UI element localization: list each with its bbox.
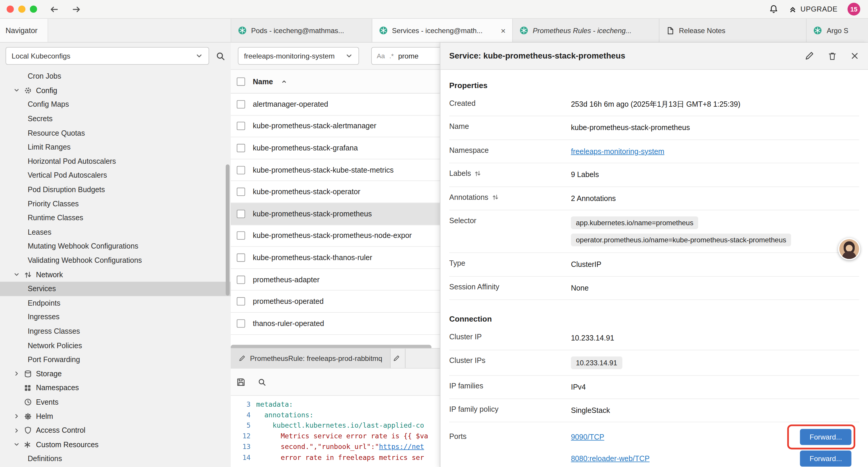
- row-checkbox[interactable]: [237, 144, 245, 152]
- sidebar-item-ingresses[interactable]: Ingresses: [0, 310, 231, 324]
- sidebar-item-leases[interactable]: Leases: [0, 225, 231, 239]
- dock-tab-partial[interactable]: [391, 349, 406, 368]
- sidebar-item-port-forwarding[interactable]: Port Forwarding: [0, 353, 231, 367]
- sidebar-item-events[interactable]: Events: [0, 395, 231, 409]
- row-checkbox[interactable]: [237, 166, 245, 174]
- code-line: kubectl.kubernetes.io/last-applied-co: [256, 422, 424, 430]
- sidebar-item-limit-ranges[interactable]: Limit Ranges: [0, 140, 231, 154]
- property-row-name: Name kube-prometheus-stack-prometheus: [449, 116, 859, 140]
- row-checkbox[interactable]: [237, 231, 245, 240]
- cluster-ip-badge: 10.233.14.91: [571, 356, 622, 369]
- history-back-button[interactable]: [49, 4, 59, 14]
- namespace-link[interactable]: freeleaps-monitoring-system: [571, 146, 664, 157]
- code-line: annotations:: [256, 411, 313, 419]
- sidebar-item-config-maps[interactable]: Config Maps: [0, 97, 231, 112]
- port-line: 9090/TCP Forward...: [571, 429, 859, 446]
- sidebar-item-cron-jobs[interactable]: Cron Jobs: [0, 69, 231, 83]
- sidebar-item-vertical-pod-autoscalers[interactable]: Vertical Pod Autoscalers: [0, 169, 231, 183]
- notifications-bell-icon[interactable]: [769, 4, 778, 14]
- code-line: Metrics service error rate is {{ $va: [256, 432, 428, 440]
- regex-toggle[interactable]: .*: [390, 52, 394, 60]
- expand-collapse-icon[interactable]: [492, 194, 499, 201]
- sort-asc-icon[interactable]: [281, 78, 288, 85]
- name-column-header[interactable]: Name: [253, 77, 273, 85]
- connection-row-cluster-ips: Cluster IPs 10.233.14.91: [449, 350, 859, 375]
- sidebar-item-runtime-classes[interactable]: Runtime Classes: [0, 211, 231, 225]
- close-window-button[interactable]: [6, 6, 13, 13]
- dock-tab-prometheusrule[interactable]: PrometheusRule: freeleaps-prod-rabbitmq: [231, 349, 391, 368]
- minimize-window-button[interactable]: [18, 6, 25, 13]
- edit-pencil-icon[interactable]: [804, 51, 814, 61]
- port-link[interactable]: 9090/TCP: [571, 433, 604, 441]
- sidebar-item-namespaces[interactable]: Namespaces: [0, 381, 231, 395]
- kubeconfig-select[interactable]: Local Kubeconfigs: [6, 47, 209, 65]
- sidebar-search-icon[interactable]: [216, 51, 225, 61]
- row-checkbox[interactable]: [237, 122, 245, 130]
- sidebar-item-endpoints[interactable]: Endpoints: [0, 296, 231, 310]
- row-checkbox[interactable]: [237, 275, 245, 284]
- tab-label: Release Notes: [679, 26, 725, 35]
- sidebar-item-custom-resources[interactable]: Custom Resources: [0, 437, 231, 451]
- chevron-right-icon: [13, 413, 20, 419]
- sidebar-item-pod-disruption-budgets[interactable]: Pod Disruption Budgets: [0, 182, 231, 197]
- code-line: metadata:: [256, 401, 293, 408]
- tab-prometheus-rules[interactable]: Prometheus Rules - icecheng...: [513, 19, 660, 42]
- chevron-down-icon: [195, 52, 203, 60]
- sidebar-item-definitions[interactable]: Definitions: [0, 451, 231, 466]
- select-all-checkbox[interactable]: [237, 77, 245, 85]
- tab-services[interactable]: Services - icecheng@math... ×: [372, 19, 513, 42]
- zoom-window-button[interactable]: [30, 6, 37, 13]
- url-link[interactable]: https://net: [379, 443, 424, 451]
- save-icon[interactable]: [236, 377, 246, 387]
- namespaces-icon: [24, 384, 32, 391]
- navigator-header: Navigator: [0, 19, 231, 42]
- sidebar-item-network[interactable]: Network: [0, 267, 231, 282]
- row-checkbox[interactable]: [237, 209, 245, 218]
- sidebar-item-storage[interactable]: Storage: [0, 367, 231, 381]
- tab-pods[interactable]: Pods - icecheng@mathmas...: [231, 19, 372, 42]
- chevron-down-icon: [13, 87, 20, 94]
- chevron-right-icon: [13, 370, 20, 377]
- line-number: 13: [231, 443, 256, 451]
- drawer-header: Service: kube-prometheus-stack-prometheu…: [440, 42, 868, 70]
- match-case-toggle[interactable]: Aa: [377, 52, 385, 60]
- namespace-select[interactable]: freeleaps-monitoring-system: [238, 47, 359, 65]
- namespace-select-value: freeleaps-monitoring-system: [244, 52, 335, 60]
- notification-badge[interactable]: 15: [848, 3, 860, 16]
- port-link[interactable]: 8080:reloader-web/TCP: [571, 455, 649, 463]
- sidebar-item-mutating-webhook-configurations[interactable]: Mutating Webhook Configurations: [0, 239, 231, 253]
- forward-button[interactable]: Forward...: [800, 451, 851, 467]
- history-forward-button[interactable]: [71, 4, 82, 14]
- row-checkbox[interactable]: [237, 319, 245, 327]
- sidebar-item-resource-quotas[interactable]: Resource Quotas: [0, 126, 231, 140]
- sidebar-item-network-policies[interactable]: Network Policies: [0, 339, 231, 353]
- tab-argo[interactable]: Argo S: [807, 19, 868, 42]
- sidebar-item-secrets[interactable]: Secrets: [0, 112, 231, 126]
- close-tab-icon[interactable]: ×: [501, 26, 505, 35]
- forward-button[interactable]: Forward...: [800, 429, 851, 445]
- sidebar-item-priority-classes[interactable]: Priority Classes: [0, 197, 231, 211]
- sidebar-item-services[interactable]: Services: [0, 282, 231, 296]
- user-avatar[interactable]: [838, 238, 860, 260]
- sidebar-item-config[interactable]: Config: [0, 83, 231, 97]
- expand-collapse-icon[interactable]: [474, 170, 482, 177]
- sidebar-item-helm[interactable]: Helm: [0, 409, 231, 423]
- sidebar-scrollbar[interactable]: [226, 164, 229, 296]
- editor-search-icon[interactable]: [258, 378, 266, 386]
- row-checkbox[interactable]: [237, 254, 245, 262]
- connection-row-ip-family-policy: IP family policy SingleStack: [449, 399, 859, 422]
- upgrade-button[interactable]: UPGRADE: [788, 5, 838, 13]
- line-number: 12: [231, 432, 256, 440]
- sidebar-item-ingress-classes[interactable]: Ingress Classes: [0, 324, 231, 339]
- row-checkbox[interactable]: [237, 297, 245, 305]
- row-checkbox[interactable]: [237, 188, 245, 196]
- row-checkbox[interactable]: [237, 100, 245, 109]
- delete-trash-icon[interactable]: [828, 51, 837, 61]
- sidebar-item-horizontal-pod-autoscalers[interactable]: Horizontal Pod Autoscalers: [0, 154, 231, 169]
- kubernetes-icon: [238, 26, 247, 35]
- sidebar-item-access-control[interactable]: Access Control: [0, 423, 231, 437]
- close-drawer-icon[interactable]: [850, 52, 859, 60]
- tab-release-notes[interactable]: Release Notes: [659, 19, 807, 42]
- sidebar-item-validating-webhook-configurations[interactable]: Validating Webhook Configurations: [0, 253, 231, 267]
- pencil-icon: [239, 355, 246, 362]
